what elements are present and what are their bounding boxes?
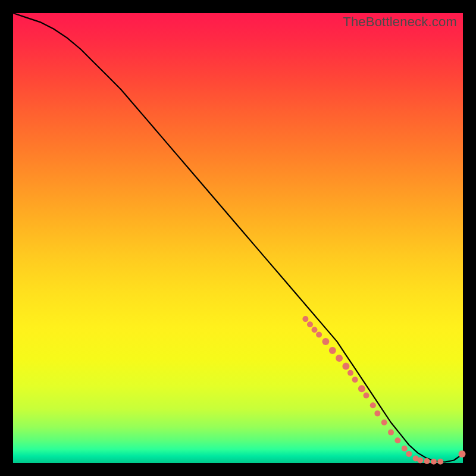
curve-marker — [406, 451, 412, 457]
curve-markers — [302, 316, 465, 465]
curve-marker — [322, 338, 329, 345]
curve-marker — [388, 430, 394, 436]
plot-area: TheBottleneck.com — [13, 13, 463, 463]
curve-marker — [459, 450, 466, 458]
curve-marker — [316, 332, 322, 338]
curve-marker — [358, 385, 365, 392]
curve-marker — [342, 363, 349, 370]
curve-marker — [417, 458, 423, 464]
curve-marker — [381, 419, 387, 425]
bottleneck-curve-line — [13, 13, 463, 462]
curve-marker — [431, 459, 437, 465]
curve-marker — [370, 402, 376, 408]
chart-svg — [13, 13, 463, 463]
curve-marker — [364, 393, 369, 399]
curve-marker — [329, 347, 336, 354]
curve-marker — [374, 411, 380, 416]
curve-marker — [424, 458, 430, 464]
chart-stage: TheBottleneck.com — [0, 0, 476, 476]
curve-marker — [352, 377, 358, 383]
curve-marker — [347, 370, 353, 376]
curve-marker — [302, 316, 308, 322]
curve-marker — [307, 321, 313, 327]
curve-marker — [336, 355, 343, 362]
curve-marker — [402, 446, 408, 452]
curve-marker — [394, 437, 400, 443]
curve-marker — [437, 459, 443, 465]
curve-marker — [312, 327, 318, 333]
